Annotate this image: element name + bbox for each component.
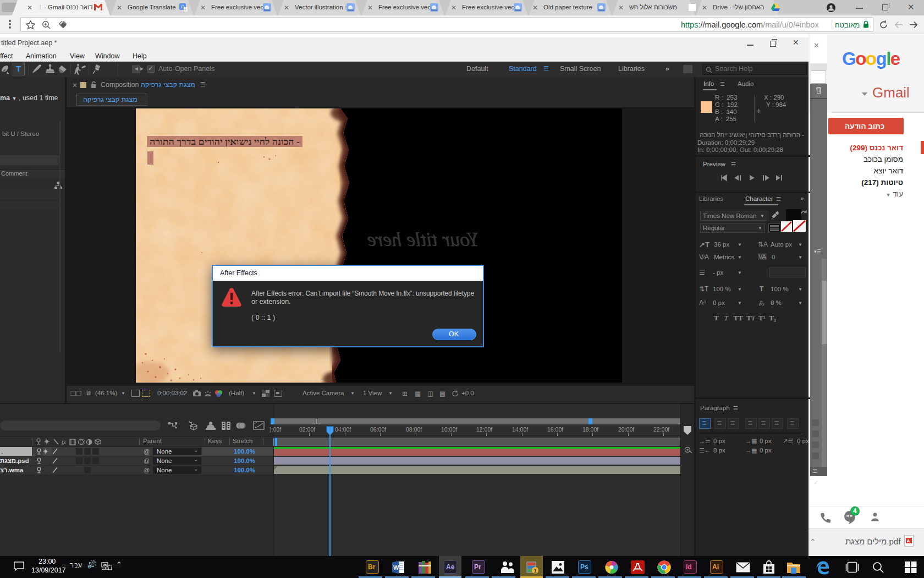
svg-text:”: ” xyxy=(846,514,850,520)
svg-text:fx: fx xyxy=(62,439,66,445)
svg-text:A: A xyxy=(907,538,910,543)
svg-text:‭הרותה ךרדב םידוהי ןיאושינ ייח: ‭הרותה ךרדב םידוהי ןיאושינ ייחל הנוכה -‬ xyxy=(150,137,300,147)
svg-text:W: W xyxy=(393,564,399,571)
svg-text:Your title here: Your title here xyxy=(367,228,479,250)
svg-text:1: 1 xyxy=(534,568,537,574)
svg-text:x: x xyxy=(185,8,186,11)
